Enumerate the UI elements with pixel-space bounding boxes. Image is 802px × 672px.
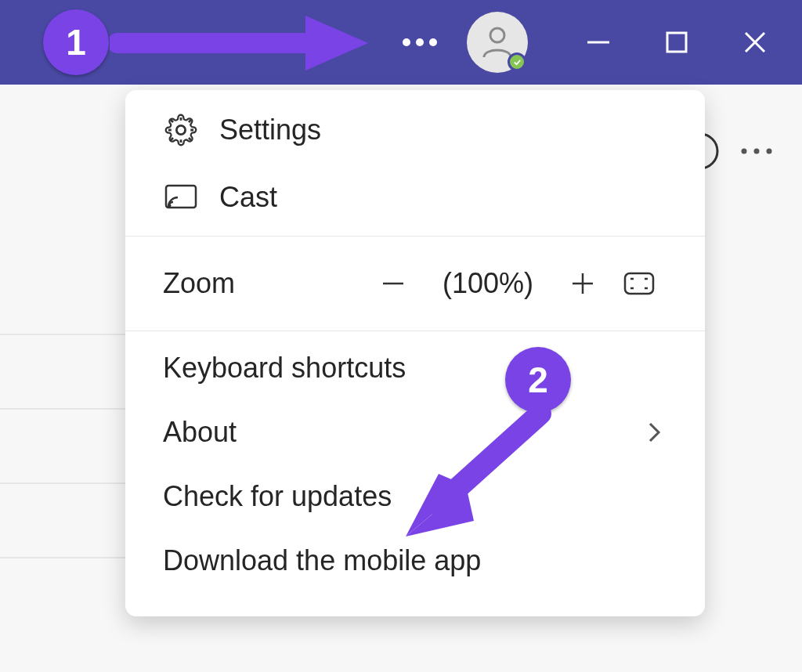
- list-item[interactable]: [0, 335, 125, 410]
- annotation-number: 2: [528, 359, 548, 401]
- annotation-arrow-2: [392, 399, 564, 548]
- svg-rect-15: [166, 186, 196, 208]
- annotation-arrow-1: [110, 8, 376, 78]
- menu-item-zoom: Zoom (100%): [125, 241, 705, 326]
- more-button[interactable]: [388, 11, 451, 74]
- maximize-button[interactable]: [638, 11, 716, 74]
- svg-point-14: [176, 125, 185, 134]
- minimize-button[interactable]: [559, 11, 638, 74]
- chevron-right-icon: [642, 420, 667, 445]
- svg-point-1: [416, 38, 424, 46]
- menu-item-keyboard-shortcuts[interactable]: Keyboard shortcuts: [125, 336, 705, 400]
- menu-item-settings[interactable]: Settings: [125, 96, 705, 164]
- menu-item-label: Cast: [219, 181, 277, 214]
- sidebar-list: [0, 261, 125, 558]
- svg-point-12: [754, 149, 760, 154]
- menu-item-label: Check for updates: [163, 480, 392, 513]
- svg-rect-5: [667, 33, 686, 52]
- svg-point-16: [168, 204, 172, 208]
- list-item[interactable]: [0, 410, 125, 484]
- menu-item-cast[interactable]: Cast: [125, 164, 705, 231]
- list-item[interactable]: [0, 484, 125, 558]
- annotation-number: 1: [66, 21, 86, 63]
- menu-item-label: Keyboard shortcuts: [163, 352, 406, 385]
- user-avatar[interactable]: [467, 12, 528, 73]
- menu-item-label: Download the mobile app: [163, 544, 481, 577]
- svg-point-2: [429, 38, 437, 46]
- zoom-percent: (100%): [421, 267, 555, 300]
- menu-item-label: Settings: [219, 114, 321, 146]
- content-more-button[interactable]: [733, 128, 780, 175]
- annotation-badge-1: 1: [43, 9, 109, 75]
- fullscreen-button[interactable]: [611, 262, 667, 305]
- menu-item-label: About: [163, 416, 237, 449]
- cast-icon: [163, 179, 199, 215]
- svg-point-3: [490, 28, 504, 42]
- menu-separator: [125, 331, 705, 331]
- list-item[interactable]: [0, 261, 125, 335]
- svg-point-13: [767, 149, 772, 154]
- svg-point-0: [403, 38, 410, 46]
- zoom-in-button[interactable]: [555, 262, 611, 305]
- gear-icon: [163, 112, 199, 148]
- zoom-label: Zoom: [163, 267, 235, 300]
- svg-rect-20: [625, 273, 653, 294]
- zoom-out-button[interactable]: [365, 262, 421, 305]
- svg-point-11: [742, 149, 747, 154]
- close-button[interactable]: [716, 11, 794, 74]
- menu-separator: [125, 236, 705, 237]
- presence-available-icon: [508, 52, 526, 71]
